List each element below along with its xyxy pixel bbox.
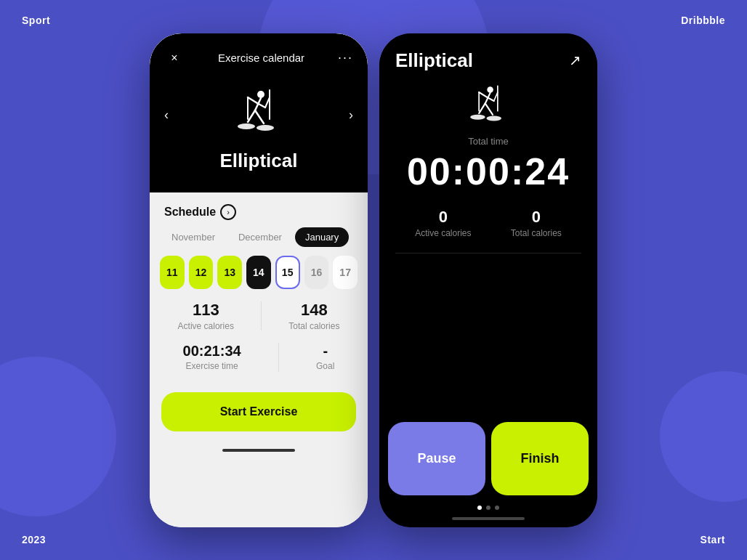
svg-point-7 <box>257 125 274 131</box>
dot-1 <box>477 506 482 510</box>
exercise-header: × Exercise calendar ··· ‹ <box>150 33 368 192</box>
workout-icon-area <box>395 84 581 127</box>
svg-line-13 <box>479 92 487 97</box>
svg-point-17 <box>470 114 485 119</box>
exercise-time-label: Exercise time <box>183 361 241 371</box>
svg-line-16 <box>485 103 493 114</box>
exercise-icon-area: ‹ <box>164 80 353 150</box>
svg-line-4 <box>248 110 255 122</box>
p2-active-cal: 0 Active calories <box>415 208 471 238</box>
phone2-inner: Elliptical ↗ <box>379 33 597 527</box>
phone1-inner: × Exercise calendar ··· ‹ <box>150 33 368 527</box>
page-dots <box>379 495 597 516</box>
svg-line-5 <box>255 110 264 123</box>
schedule-title: Schedule <box>164 206 216 219</box>
schedule-header: Schedule › <box>150 192 368 227</box>
goal-stat: - Goal <box>316 343 334 372</box>
tab-december[interactable]: December <box>228 227 292 247</box>
corner-year-label: 2023 <box>22 534 46 545</box>
svg-point-0 <box>257 91 265 98</box>
p2-active-cal-label: Active calories <box>415 228 471 238</box>
p2-total-cal-label: Total calories <box>511 228 562 238</box>
svg-point-18 <box>486 115 501 121</box>
elliptical-icon <box>233 87 284 138</box>
goal-label: Goal <box>316 361 334 371</box>
workout-elliptical-icon <box>467 84 510 127</box>
tab-january[interactable]: January <box>295 227 349 247</box>
workout-title-bar: Elliptical ↗ <box>395 49 581 72</box>
tab-november[interactable]: November <box>161 227 225 247</box>
close-button[interactable]: × <box>164 48 185 68</box>
timer-display: 00:00:24 <box>395 150 581 193</box>
schedule-forward-icon[interactable]: › <box>220 204 236 220</box>
nav-right-arrow[interactable]: › <box>349 107 353 122</box>
calendar-title: Exercise calendar <box>218 52 304 64</box>
bg-decoration-left <box>0 357 116 516</box>
exercise-time-value: 00:21:34 <box>183 343 241 360</box>
total-time-label: Total time <box>395 136 581 147</box>
corner-start-label: Start <box>700 534 725 545</box>
schedule-section: Schedule › November December January 11 … <box>150 192 368 527</box>
phone-exercise-calendar: × Exercise calendar ··· ‹ <box>150 33 368 527</box>
svg-point-6 <box>238 123 255 129</box>
svg-line-15 <box>479 103 485 113</box>
date-12[interactable]: 12 <box>189 256 214 289</box>
corner-sport-label: Sport <box>22 15 50 26</box>
goal-value: - <box>316 343 334 360</box>
time-row: 00:21:34 Exercise time - Goal <box>150 337 368 378</box>
phones-container: × Exercise calendar ··· ‹ <box>150 33 597 527</box>
p2-active-cal-value: 0 <box>415 208 471 227</box>
date-17[interactable]: 17 <box>333 256 358 289</box>
finish-button[interactable]: Finish <box>491 422 589 495</box>
bg-decoration-right <box>660 371 747 502</box>
active-calories-stat: 113 Active calories <box>178 301 234 331</box>
workout-title: Elliptical <box>395 49 473 72</box>
external-link-icon[interactable]: ↗ <box>569 52 581 69</box>
date-13[interactable]: 13 <box>217 256 242 289</box>
dot-2 <box>486 506 490 510</box>
p2-total-cal-value: 0 <box>511 208 562 227</box>
dot-3 <box>495 506 499 510</box>
header-bar: × Exercise calendar ··· <box>164 48 353 68</box>
home-bar-1 <box>222 449 295 452</box>
exercise-name: Elliptical <box>164 150 353 172</box>
date-16[interactable]: 16 <box>304 256 329 289</box>
home-bar-2 <box>452 517 525 520</box>
active-calories-value: 113 <box>178 301 234 320</box>
total-calories-value: 148 <box>288 301 339 320</box>
action-buttons: Pause Finish <box>379 413 597 495</box>
date-15[interactable]: 15 <box>275 256 300 289</box>
month-tabs: November December January <box>150 227 368 247</box>
date-11[interactable]: 11 <box>160 256 185 289</box>
phone-active-workout: Elliptical ↗ <box>379 33 597 527</box>
start-exercise-button[interactable]: Start Exercise <box>161 392 356 431</box>
stats-row: 113 Active calories 148 Total calories <box>150 301 368 331</box>
total-calories-stat: 148 Total calories <box>288 301 339 331</box>
svg-line-2 <box>248 97 257 103</box>
exercise-time-stat: 00:21:34 Exercise time <box>183 343 241 372</box>
nav-left-arrow[interactable]: ‹ <box>164 107 169 122</box>
date-row: 11 12 13 14 15 16 17 <box>150 256 368 289</box>
date-14[interactable]: 14 <box>246 256 271 289</box>
stat-divider <box>261 301 262 330</box>
active-calories-label: Active calories <box>178 321 234 331</box>
p2-total-cal: 0 Total calories <box>511 208 562 238</box>
total-calories-label: Total calories <box>288 321 339 331</box>
svg-point-11 <box>487 86 493 93</box>
pause-button[interactable]: Pause <box>388 422 485 495</box>
workout-top: Elliptical ↗ <box>379 33 597 413</box>
more-button[interactable]: ··· <box>338 50 353 65</box>
time-divider <box>278 343 279 372</box>
active-calories-row: 0 Active calories 0 Total calories <box>395 208 581 253</box>
corner-dribbble-label: Dribbble <box>681 15 725 26</box>
